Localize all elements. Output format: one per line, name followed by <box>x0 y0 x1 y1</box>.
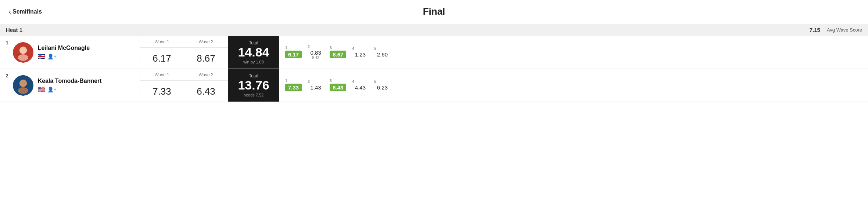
breakdown-num-1-5: 5 <box>374 47 376 51</box>
athlete-info-1: 1 Leilani McGonagle 🇨🇷 👤+ <box>0 36 140 69</box>
athlete-flags-1: 🇨🇷 👤+ <box>38 53 90 60</box>
back-chevron-icon: ‹ <box>9 8 11 15</box>
athlete-row-2: 2 Keala Tomoda-Bannert 🇺🇸 👤+ <box>0 69 868 102</box>
breakdown-num-2-1: 1 <box>285 79 287 83</box>
breakdown-sub-1-2: 5.43 <box>312 56 319 60</box>
breakdown-item-2-5: 5 6.23 <box>371 78 393 92</box>
wave2-header-2: Wave 2 <box>184 69 228 80</box>
athlete-name-2: Keala Tomoda-Bannert <box>38 78 102 84</box>
wave2-label-1: Wave 2 <box>198 39 213 44</box>
total-value-1: 14.84 <box>238 45 269 59</box>
breakdown-item-2-2: 2 1.43 <box>305 78 327 92</box>
athlete-rank-1: 1 <box>6 40 8 45</box>
avg-score-value: 7.15 <box>810 27 820 33</box>
breakdown-val-2-1: 7.33 <box>285 84 302 91</box>
total-label-1: Total <box>249 40 258 45</box>
back-label: Semifinals <box>12 8 42 15</box>
avatar-circle-1 <box>13 42 33 63</box>
wave-col-headers-1: Wave 1 Wave 2 <box>140 36 228 48</box>
breakdown-item-2-3: 3 6.43 <box>327 78 349 93</box>
total-col-2: Total 13.76 needs 7.52 <box>228 69 279 102</box>
total-value-2: 13.76 <box>238 78 269 92</box>
breakdown-item-1-2: 2 0.83 5.43 <box>305 44 327 61</box>
total-label-2: Total <box>249 73 258 78</box>
athlete-rank-2: 2 <box>6 73 8 78</box>
wave-section-1: Wave 1 Wave 2 6.17 8.67 Total <box>140 36 868 69</box>
athlete-avatar-2 <box>13 75 33 96</box>
breakdown-item-2-1: 1 7.33 <box>282 78 305 93</box>
wave-cols-1: Wave 1 Wave 2 6.17 8.67 <box>140 36 228 69</box>
breakdown-item-2-4: 4 4.43 <box>349 78 371 92</box>
wave2-val-col-1: 8.67 <box>184 52 228 64</box>
breakdown-item-1-1: 1 6.17 <box>282 45 305 60</box>
wave2-header-1: Wave 2 <box>184 36 228 47</box>
wave1-label-1: Wave 1 <box>154 39 169 44</box>
wave1-value-2: 7.33 <box>153 86 171 97</box>
wave-section-2: Wave 1 Wave 2 7.33 6.43 Total <box>140 69 868 102</box>
svg-point-7 <box>19 80 27 87</box>
avg-score-label: Avg Wave Score <box>827 27 862 33</box>
athlete-row-1: 1 Leilani McGonagle 🇨🇷 👤+ <box>0 36 868 69</box>
wave-cols-2: Wave 1 Wave 2 7.33 6.43 <box>140 69 228 102</box>
athlete-flags-2: 🇺🇸 👤+ <box>38 86 102 93</box>
add-user-icon-2[interactable]: 👤+ <box>47 87 57 92</box>
avatar-circle-2 <box>13 75 33 96</box>
athlete-details-1: Leilani McGonagle 🇨🇷 👤+ <box>38 45 90 60</box>
athlete-info-2: 2 Keala Tomoda-Bannert 🇺🇸 👤+ <box>0 69 140 102</box>
heat-section: Heat 1 7.15 Avg Wave Score 1 Lei <box>0 24 868 102</box>
breakdown-num-1-4: 4 <box>352 47 354 51</box>
total-sub-1: win by 1.08 <box>243 60 264 64</box>
breakdown-val-1-5: 2.60 <box>377 51 388 58</box>
heat-header: Heat 1 7.15 Avg Wave Score <box>0 24 868 36</box>
breakdown-1: 1 6.17 2 0.83 5.43 3 8.67 4 1.23 5 <box>279 36 868 69</box>
breakdown-val-1-4: 1.23 <box>355 51 366 58</box>
svg-point-3 <box>19 47 27 54</box>
breakdown-num-2-5: 5 <box>374 80 376 84</box>
athlete-details-2: Keala Tomoda-Bannert 🇺🇸 👤+ <box>38 78 102 93</box>
flag-cr-icon: 🇨🇷 <box>38 53 45 60</box>
breakdown-item-1-4: 4 1.23 <box>349 45 371 59</box>
breakdown-num-2-4: 4 <box>352 80 354 84</box>
breakdown-item-1-3: 3 8.67 <box>327 45 349 60</box>
add-user-icon-1[interactable]: 👤+ <box>47 54 57 59</box>
wave-values-2: 7.33 6.43 <box>140 81 228 102</box>
wave2-label-2: Wave 2 <box>198 72 213 77</box>
breakdown-num-1-2: 2 <box>308 45 310 49</box>
breakdown-2: 1 7.33 2 1.43 3 6.43 4 4.43 5 6.23 <box>279 69 868 102</box>
wave1-header-1: Wave 1 <box>140 36 184 47</box>
breakdown-val-2-5: 6.23 <box>377 84 388 91</box>
breakdown-num-2-2: 2 <box>308 80 310 84</box>
flag-us-icon: 🇺🇸 <box>38 86 45 93</box>
page-title: Final <box>423 6 445 17</box>
total-col-1: Total 14.84 win by 1.08 <box>228 36 279 69</box>
svg-point-2 <box>18 54 28 61</box>
wave2-value-1: 8.67 <box>197 53 215 64</box>
wave1-header-2: Wave 1 <box>140 69 184 80</box>
breakdown-val-2-4: 4.43 <box>355 84 366 91</box>
wave-values-1: 6.17 8.67 <box>140 48 228 69</box>
breakdown-val-1-1: 6.17 <box>285 51 302 58</box>
breakdown-item-1-5: 5 2.60 <box>371 45 393 59</box>
total-sub-2: needs 7.52 <box>244 93 263 97</box>
wave1-val-col-2: 7.33 <box>140 85 184 97</box>
page-header: ‹ Semifinals Final <box>0 0 868 21</box>
back-nav[interactable]: ‹ Semifinals <box>9 8 42 15</box>
wave1-label-2: Wave 1 <box>154 72 169 77</box>
svg-point-6 <box>18 87 28 94</box>
breakdown-num-1-3: 3 <box>330 46 332 50</box>
wave1-val-col-1: 6.17 <box>140 52 184 64</box>
athlete-avatar-1 <box>13 42 33 63</box>
breakdown-num-2-3: 3 <box>330 79 332 83</box>
wave-col-headers-2: Wave 1 Wave 2 <box>140 69 228 81</box>
breakdown-val-2-2: 1.43 <box>311 84 321 91</box>
breakdown-val-1-2: 0.83 <box>311 50 321 56</box>
breakdown-val-2-3: 6.43 <box>330 84 346 91</box>
breakdown-num-1-1: 1 <box>285 46 287 50</box>
wave2-value-2: 6.43 <box>197 86 215 97</box>
heat-label: Heat 1 <box>6 27 22 33</box>
athlete-name-1: Leilani McGonagle <box>38 45 90 51</box>
wave2-val-col-2: 6.43 <box>184 85 228 97</box>
breakdown-val-1-3: 8.67 <box>330 51 346 58</box>
wave1-value-1: 6.17 <box>153 53 171 64</box>
